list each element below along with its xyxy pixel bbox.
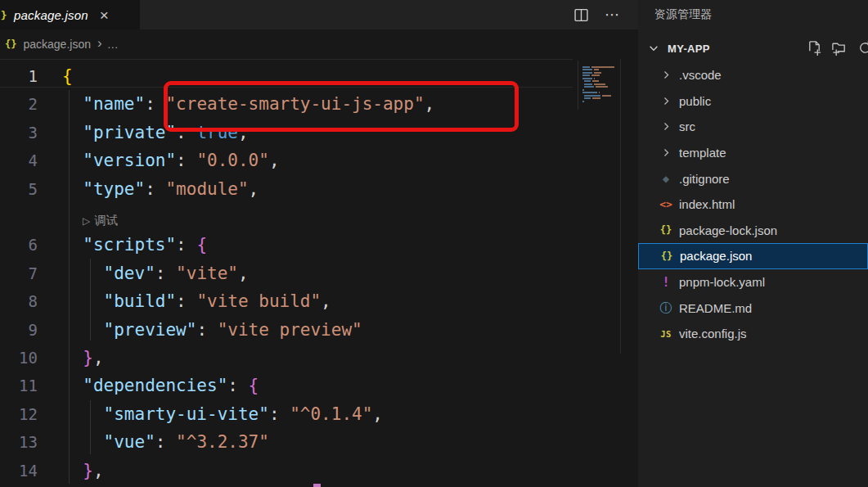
code-line-9[interactable]: 9 "preview": "vite preview" [0,316,638,345]
file-item-package-lock-json[interactable]: {}package-lock.json [638,218,868,244]
line-number[interactable]: 12 [0,400,38,428]
file-name: .vscode [679,68,722,82]
file-name: .gitignore [679,172,730,186]
code-line-4[interactable]: 4 "version": "0.0.0", [0,147,638,175]
codelens-label: 调试 [94,214,118,227]
json-file-icon: {} [657,250,677,262]
line-number[interactable]: 8 [0,287,38,315]
folder-item-template[interactable]: template [638,140,868,166]
breadcrumb-more[interactable]: … [107,38,119,51]
file-name: package-lock.json [679,223,777,237]
chevron-right-icon [658,147,674,158]
file-name: package.json [680,249,752,263]
info-file-icon: ⓘ [656,300,676,316]
file-name: index.html [679,197,735,211]
editor-sidebar-sash[interactable] [620,59,621,354]
breadcrumb-file[interactable]: package.json [23,38,91,51]
chevron-right-icon [658,96,674,106]
folder-item-src[interactable]: src [638,114,868,140]
line-number[interactable]: 10 [0,344,38,372]
line-number[interactable]: 5 [0,175,38,203]
next-line-sliver [313,484,321,487]
line-number[interactable]: 4 [0,147,38,174]
codelens-debug[interactable]: ▷调试 [0,203,638,232]
code-line-10[interactable]: 10 }, [0,344,638,372]
code-text: "preview": "vite preview" [62,316,362,344]
editor-pane: {} package.json × ⋯ {} package.json › … … [0,0,638,487]
vscode-window: {} package.json × ⋯ {} package.json › … … [0,0,868,487]
code-line-11[interactable]: 11 "dependencies": { [0,372,638,400]
file-name: src [679,119,695,133]
folder-item-public[interactable]: public [638,88,868,115]
line-number[interactable]: 2 [0,90,38,118]
refresh-icon[interactable] [857,40,868,56]
code-text: "type": "module", [62,175,259,203]
code-text: "dependencies": { [62,372,259,399]
explorer-sidebar: 资源管理器 MY-APP .vscodepublicsrctemplate◆.g… [638,0,868,487]
code-line-6[interactable]: 6 "scripts": { [0,231,638,259]
json-file-icon: {} [0,9,9,21]
file-name: README.md [679,301,752,315]
html-file-icon: <> [656,198,676,210]
split-editor-icon[interactable] [574,8,588,22]
code-line-8[interactable]: 8 "build": "vite build", [0,287,638,316]
code-text: { [62,62,73,90]
code-editor[interactable]: 1{2 "name": "create-smarty-ui-js-app",3 … [0,59,638,487]
file-name: pnpm-lock.yaml [679,275,765,289]
file-item-index-html[interactable]: <>index.html [638,192,868,218]
code-line-13[interactable]: 13 "vue": "^3.2.37" [0,428,638,457]
minimap[interactable] [578,61,619,110]
new-file-icon[interactable] [807,40,822,56]
code-text: "build": "vite build", [62,287,331,315]
file-item-package-json[interactable]: {}package.json [638,243,868,269]
code-line-7[interactable]: 7 "dev": "vite", [0,259,638,288]
tab-package-json[interactable]: {} package.json × [0,0,140,29]
code-text: "smarty-ui-vite": "^0.1.4", [62,400,383,428]
code-line-14[interactable]: 14 }, [0,457,638,485]
json-file-icon: {} [5,38,16,50]
explorer-actions [638,34,868,62]
file-name: public [679,94,711,108]
run-icon: ▷ [83,215,90,227]
js-file-icon: JS [656,329,676,339]
file-name: vite.config.js [679,327,747,340]
tab-title: package.json [14,8,88,22]
code-text: }, [62,344,104,372]
file-item-readme-md[interactable]: ⓘREADME.md [638,295,868,321]
yaml-file-icon: ! [656,275,676,290]
breadcrumb: {} package.json › … [0,29,638,59]
line-number[interactable]: 3 [0,119,38,147]
code-text: "vue": "^3.2.37" [62,428,269,456]
code-text: "version": "0.0.0", [62,147,280,174]
line-number[interactable]: 13 [0,428,38,456]
chevron-right-icon [658,121,674,132]
new-folder-icon[interactable] [831,40,848,56]
line-number[interactable]: 9 [0,316,38,344]
chevron-right-icon: › [97,35,102,52]
code-text: "dev": "vite", [62,259,249,287]
file-item-pnpm-lock-yaml[interactable]: !pnpm-lock.yaml [638,269,868,295]
line-number[interactable]: 11 [0,372,38,399]
close-tab-icon[interactable]: × [100,7,109,23]
line-number[interactable]: 6 [0,231,38,259]
code-line-12[interactable]: 12 "smarty-ui-vite": "^0.1.4", [0,400,638,429]
line-number[interactable]: 14 [0,457,38,485]
git-file-icon: ◆ [656,172,676,185]
explorer-title: 资源管理器 [654,0,712,29]
json-file-icon: {} [656,224,676,236]
red-annotation-rectangle [164,81,519,132]
file-name: template [679,146,726,160]
file-item-vite-config-js[interactable]: JSvite.config.js [638,321,868,347]
code-text: "scripts": { [62,231,207,259]
code-line-5[interactable]: 5 "type": "module", [0,175,638,204]
editor-actions: ⋯ [574,0,620,29]
file-item--gitignore[interactable]: ◆.gitignore [638,165,868,192]
file-tree: .vscodepublicsrctemplate◆.gitignore<>ind… [638,62,868,347]
tab-bar: {} package.json × ⋯ [0,0,638,29]
chevron-right-icon [658,70,674,80]
code-text: }, [62,457,104,485]
line-number[interactable]: 7 [0,259,38,287]
line-number[interactable]: 1 [0,62,38,90]
folder-item--vscode[interactable]: .vscode [638,62,868,88]
more-actions-icon[interactable]: ⋯ [605,6,620,24]
